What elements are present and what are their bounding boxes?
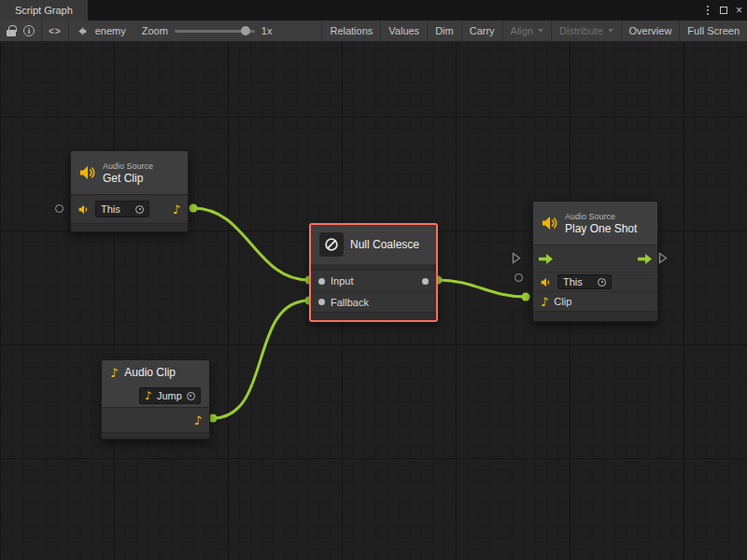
play-one-shot-target-port[interactable]: [514, 273, 523, 282]
button-label: Dim: [435, 25, 454, 36]
button-label: Values: [388, 25, 419, 36]
toolbar-button-full-screen[interactable]: Full Screen: [679, 21, 747, 41]
port-row-this: This: [533, 272, 657, 291]
close-icon: ×: [736, 4, 742, 17]
port-label: Input: [331, 275, 353, 287]
node-footer: [311, 313, 436, 320]
music-note-icon: ♪: [173, 203, 180, 216]
button-label: Align: [511, 25, 533, 36]
zoom-label: Zoom: [142, 25, 168, 36]
close-button[interactable]: ×: [731, 0, 747, 21]
graph-name: enemy: [95, 25, 126, 36]
graph-canvas[interactable]: Audio Source Get Clip This ♪: [0, 42, 747, 560]
audio-source-icon: [79, 165, 96, 180]
port-label: Clip: [554, 296, 571, 307]
port-row-clip: ♪ Clip: [533, 291, 657, 311]
flow-out-port[interactable]: [638, 254, 652, 264]
toolbar-code-group: <>: [42, 21, 69, 41]
wire-nullcoalesce-to-clip[interactable]: [438, 280, 526, 297]
toolbar-button-overview[interactable]: Overview: [621, 21, 680, 41]
this-field[interactable]: This: [557, 274, 612, 289]
node-header: Null Coalesce: [311, 225, 436, 264]
object-picker-icon[interactable]: [135, 205, 144, 214]
button-label: Full Screen: [687, 25, 740, 36]
wire-endpoint[interactable]: [522, 293, 530, 301]
graph-toolbar: i <> enemy Zoom 1x Relations Values Dim: [0, 21, 747, 42]
graph-breadcrumb[interactable]: enemy: [69, 21, 133, 41]
graph-asset-icon: [76, 25, 88, 37]
script-graph-window: Script Graph × i <> enemy Zoom: [0, 0, 747, 560]
node-category: Audio Source: [565, 212, 637, 222]
zoom-slider-handle[interactable]: [241, 26, 250, 35]
zoom-control: Zoom 1x: [133, 21, 282, 41]
maximize-button[interactable]: [715, 0, 731, 21]
wire-getclip-to-input[interactable]: [193, 208, 309, 280]
wire-endpoint[interactable]: [190, 204, 198, 213]
speaker-icon: [78, 204, 90, 215]
maximize-icon: [720, 7, 727, 14]
get-clip-target-port[interactable]: [55, 204, 63, 213]
flow-in-triangle-icon[interactable]: [512, 252, 521, 264]
input-port[interactable]: [318, 278, 325, 285]
node-field-row: ♪ Jump: [102, 385, 209, 407]
node-header: Audio Source Play One Shot: [533, 202, 657, 245]
music-note-icon: ♪: [194, 414, 202, 427]
kebab-menu-icon: [707, 6, 709, 15]
wire-audioclip-to-fallback[interactable]: [213, 301, 309, 418]
tab-bar: Script Graph ×: [0, 0, 747, 21]
toolbar-button-align[interactable]: Align: [502, 21, 551, 41]
audio-source-icon: [542, 216, 558, 231]
node-audio-clip[interactable]: ♪ Audio Clip ♪ Jump ♪: [101, 359, 210, 440]
info-icon[interactable]: i: [23, 25, 35, 36]
toolbar-button-carry[interactable]: Carry: [461, 21, 502, 41]
output-port[interactable]: [422, 278, 429, 285]
flow-in-port[interactable]: [539, 254, 553, 264]
node-get-clip[interactable]: Audio Source Get Clip This ♪: [70, 150, 189, 232]
port-row-output: ♪: [102, 408, 209, 432]
audio-clip-icon: ♪: [110, 367, 118, 379]
button-label: Carry: [470, 25, 495, 36]
window-menu-button[interactable]: [699, 0, 715, 21]
toolbar-button-dim[interactable]: Dim: [427, 21, 461, 41]
audio-clip-field-value: Jump: [157, 390, 182, 401]
button-label: Relations: [330, 25, 373, 36]
node-category: Audio Source: [103, 161, 153, 172]
audio-clip-field[interactable]: ♪ Jump: [139, 387, 201, 404]
object-picker-icon[interactable]: [598, 278, 606, 287]
node-footer: [533, 312, 657, 321]
port-row-flow: [533, 245, 657, 272]
tab-script-graph[interactable]: Script Graph: [0, 0, 88, 21]
null-coalesce-icon: [319, 232, 344, 257]
toolbar-button-values[interactable]: Values: [380, 21, 427, 41]
button-label: Distribute: [559, 25, 602, 36]
tab-title: Script Graph: [15, 5, 73, 16]
zoom-value: 1x: [261, 25, 273, 36]
fallback-port[interactable]: [318, 299, 325, 305]
node-null-coalesce[interactable]: Null Coalesce Input Fallback: [309, 223, 438, 322]
node-title: Get Clip: [103, 172, 153, 185]
this-field[interactable]: This: [95, 201, 149, 217]
node-play-one-shot[interactable]: Audio Source Play One Shot: [532, 201, 658, 322]
toolbar-left-icons: i: [0, 21, 42, 41]
this-field-value: This: [563, 276, 583, 287]
port-row-input: Input: [311, 271, 436, 291]
toolbar-button-distribute[interactable]: Distribute: [551, 21, 620, 41]
port-row-fallback: Fallback: [311, 291, 436, 312]
flow-out-triangle-icon[interactable]: [658, 252, 668, 264]
node-footer: [102, 433, 209, 439]
button-label: Overview: [629, 25, 672, 36]
port-row-this: This ♪: [71, 195, 188, 223]
node-title: Audio Clip: [124, 366, 176, 379]
node-header: ♪ Audio Clip: [102, 360, 209, 385]
zoom-slider[interactable]: [175, 30, 255, 33]
node-header: Audio Source Get Clip: [71, 151, 188, 194]
code-icon[interactable]: <>: [49, 26, 62, 36]
toolbar-button-relations[interactable]: Relations: [321, 21, 380, 41]
node-title: Null Coalesce: [350, 238, 419, 251]
lock-icon[interactable]: [7, 30, 16, 36]
music-note-icon: ♪: [145, 390, 152, 402]
dropdown-arrow-icon: [608, 29, 613, 33]
dropdown-arrow-icon: [538, 29, 543, 33]
object-picker-icon[interactable]: [187, 392, 195, 400]
tab-bar-spacer: [88, 0, 699, 21]
